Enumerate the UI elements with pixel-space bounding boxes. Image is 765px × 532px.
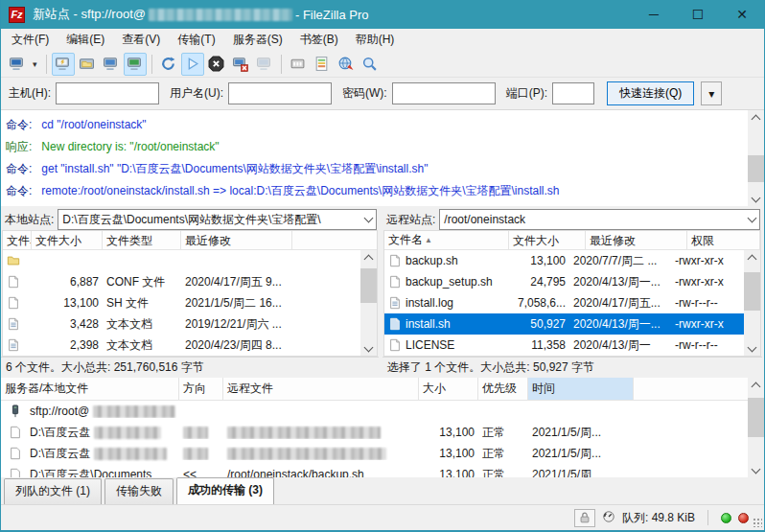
local-path-combobox[interactable]: D:\百度云盘\Documents\网站数据文件夹\宝塔配置\	[58, 209, 377, 230]
table-row[interactable]: 13,100 SH 文件 2021/1/5/周二 16...	[3, 292, 360, 313]
column-header-direction[interactable]: 方向	[179, 378, 223, 400]
search-files-icon[interactable]	[359, 53, 382, 76]
menu-transfer[interactable]: 传输(T)	[169, 29, 223, 51]
table-row[interactable]: 3,428 文本文档 2019/12/21/周六 ...	[3, 313, 360, 335]
sort-ascending-icon: ▲	[425, 236, 432, 244]
tab-queued-files[interactable]: 列队的文件 (1)	[4, 478, 102, 504]
menu-server[interactable]: 服务器(S)	[224, 29, 291, 51]
queue-tabs: 列队的文件 (1) 传输失败 成功的传输 (3)	[1, 477, 764, 504]
tab-successful-transfers[interactable]: 成功的传输 (3)	[176, 477, 274, 504]
scroll-up-icon[interactable]	[744, 250, 760, 265]
scroll-up-icon[interactable]	[748, 378, 764, 392]
table-row[interactable]: LICENSE 11,358 2020/4/13/周一 -rw-r--r--	[384, 335, 744, 356]
column-header-server-local[interactable]: 服务器/本地文件	[1, 378, 179, 400]
table-row[interactable]: 6,887 CONF 文件 2020/4/17/周五 9...	[3, 271, 360, 292]
site-manager-dropdown-icon[interactable]: ▾	[29, 59, 41, 69]
toolbar-separator	[281, 55, 282, 74]
synchronized-browsing-icon[interactable]	[335, 53, 358, 76]
port-input[interactable]	[552, 82, 594, 104]
column-header-size[interactable]: 文件大小	[509, 231, 586, 249]
menu-edit[interactable]: 编辑(E)	[58, 29, 113, 51]
local-list-scrollbar[interactable]	[360, 250, 377, 356]
app-logo-icon: Fz	[9, 7, 25, 23]
redacted-remote-path	[227, 448, 386, 460]
log-line: 响应: New directory is: "/root/oneinstack"	[6, 136, 743, 158]
table-row[interactable]: sftp://root@	[1, 401, 748, 422]
message-log: 命令: cd "/root/oneinstack" 响应: New direct…	[1, 110, 764, 209]
menu-help[interactable]: 帮助(H)	[347, 29, 404, 51]
table-row[interactable]: D:\百度云盘 13,100 正常 2021/1/5/周...	[1, 443, 748, 464]
close-button[interactable]: ✕	[720, 0, 764, 29]
minimize-button[interactable]: ─	[632, 0, 676, 29]
quickconnect-button[interactable]: 快速连接(Q)	[607, 81, 694, 105]
remote-list-scrollbar[interactable]	[744, 250, 760, 356]
remote-path-combobox[interactable]: /root/oneinstack	[439, 209, 760, 230]
lock-icon[interactable]	[574, 509, 595, 527]
menu-file[interactable]: 文件(F)	[3, 29, 58, 51]
maximize-button[interactable]: ☐	[676, 0, 720, 29]
table-row[interactable]: D:\百度云盘\Documents << /root/oneinstack/ba…	[1, 464, 748, 477]
column-header-size[interactable]: 大小	[419, 378, 478, 400]
toggle-queue-icon[interactable]	[124, 53, 147, 76]
chevron-down-icon	[364, 214, 374, 223]
resize-grip[interactable]	[753, 518, 762, 527]
log-line: 命令: remote:/root/oneinstack/install.sh =…	[6, 180, 743, 202]
queue-rows: sftp://root@ D:\百度云盘 13,100 正常 2021/1/5/…	[1, 401, 748, 477]
toggle-remote-tree-icon[interactable]	[100, 53, 123, 76]
speed-limit-icon[interactable]	[602, 510, 615, 526]
scroll-up-icon[interactable]	[748, 110, 764, 125]
column-header-name[interactable]: 文件名▲	[384, 231, 509, 249]
redacted-host	[149, 9, 292, 21]
column-header-priority[interactable]: 优先级	[478, 378, 528, 400]
scroll-down-icon[interactable]	[748, 463, 764, 477]
column-header-time[interactable]: 时间	[528, 378, 634, 400]
column-header-permissions[interactable]: 权限	[687, 231, 760, 249]
scroll-down-icon[interactable]	[748, 192, 764, 206]
host-input[interactable]	[56, 82, 159, 104]
refresh-icon[interactable]	[157, 53, 180, 76]
table-row[interactable]: backup_setup.sh 24,795 2020/4/13/周一... -…	[384, 271, 744, 292]
file-icon	[384, 338, 406, 352]
tab-failed-transfers[interactable]: 传输失败	[104, 478, 174, 504]
menu-view[interactable]: 查看(V)	[113, 29, 169, 51]
toggle-message-log-icon[interactable]	[52, 53, 75, 76]
scroll-up-icon[interactable]	[360, 250, 377, 265]
local-pane: 本地站点: D:\百度云盘\Documents\网站数据文件夹\宝塔配置\ 文件…	[1, 209, 379, 376]
queue-column-headers: 服务器/本地文件 方向 远程文件 大小 优先级 时间	[1, 378, 764, 401]
column-header-remote[interactable]: 远程文件	[223, 378, 419, 400]
column-header-size[interactable]: 文件大小	[32, 231, 103, 249]
table-row[interactable]: backup.sh 13,100 2020/7/7/周二 ... -rwxr-x…	[384, 250, 744, 271]
site-manager-icon[interactable]	[5, 53, 28, 76]
process-queue-icon[interactable]	[181, 53, 204, 76]
file-icon	[5, 447, 26, 460]
file-comparison-icon[interactable]	[311, 53, 334, 76]
queue-scrollbar[interactable]	[748, 378, 764, 477]
column-header-type[interactable]: 文件类型	[103, 231, 181, 249]
quickconnect-dropdown-icon[interactable]: ▾	[701, 81, 722, 105]
column-header-date[interactable]: 最近修改	[586, 231, 687, 249]
reconnect-icon[interactable]	[253, 53, 276, 76]
table-row-selected[interactable]: install.sh 50,927 2020/4/13/周一... -rwxr-…	[384, 313, 744, 335]
table-row[interactable]	[3, 250, 360, 271]
log-line: 命令: cd "/root/oneinstack"	[6, 114, 743, 136]
table-row[interactable]: install.log 7,058,6... 2020/4/17/周五... -…	[384, 292, 744, 313]
scroll-down-icon[interactable]	[360, 341, 377, 356]
filename-filter-icon[interactable]	[287, 53, 310, 76]
menu-bookmarks[interactable]: 书签(B)	[291, 29, 347, 51]
cancel-operation-icon[interactable]	[205, 53, 228, 76]
log-scrollbar[interactable]	[748, 110, 764, 206]
text-file-icon	[3, 338, 24, 352]
column-header-date[interactable]: 最近修改	[181, 231, 292, 249]
table-row[interactable]: 2,398 文本文档 2020/4/23/周四 8...	[3, 335, 360, 356]
column-header-name[interactable]: 文件名	[3, 231, 32, 249]
table-row[interactable]: D:\百度云盘 13,100 正常 2021/1/5/周...	[1, 422, 748, 443]
redacted-direction	[183, 448, 208, 460]
connection-error-indicator-icon	[738, 513, 749, 523]
scroll-down-icon[interactable]	[744, 341, 760, 356]
password-input[interactable]	[392, 82, 496, 104]
remote-file-list: backup.sh 13,100 2020/7/7/周二 ... -rwxr-x…	[384, 250, 760, 356]
disconnect-icon[interactable]	[229, 53, 252, 76]
remote-column-headers: 文件名▲ 文件大小 最近修改 权限	[384, 231, 760, 250]
toggle-local-tree-icon[interactable]	[76, 53, 99, 76]
username-input[interactable]	[228, 82, 332, 104]
